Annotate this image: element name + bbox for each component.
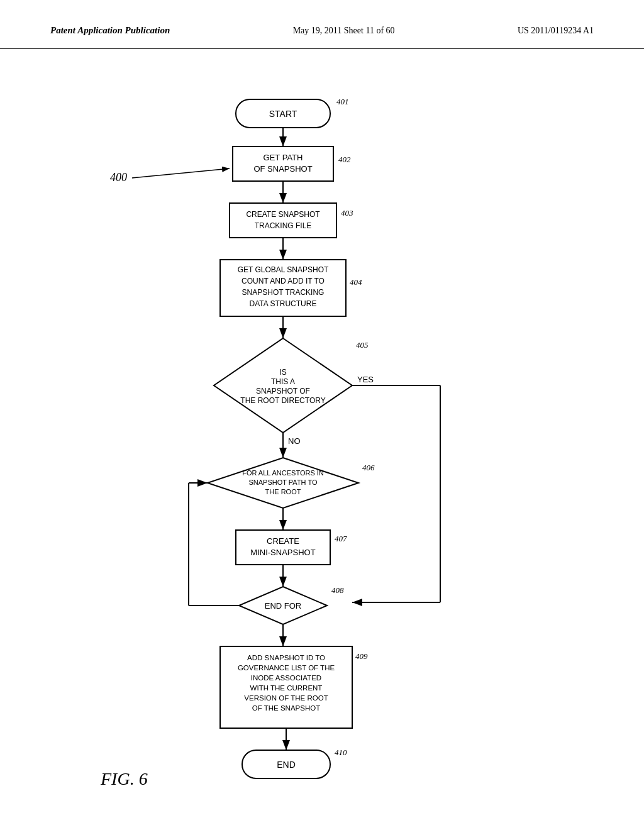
- for-all-label1: FOR ALL ANCESTORS IN: [242, 469, 324, 477]
- add-snapshot-label5: VERSION OF THE ROOT: [244, 694, 328, 702]
- ref-409: 409: [355, 651, 368, 661]
- get-global-label3: SNAPSHOT TRACKING: [242, 288, 325, 297]
- start-node-label: START: [269, 109, 297, 119]
- end-node-label: END: [277, 760, 296, 770]
- svg-rect-7: [230, 203, 336, 238]
- ref-407: 407: [335, 534, 347, 543]
- yes-label: YES: [357, 375, 374, 384]
- date-sheet-label: May 19, 2011 Sheet 11 of 60: [293, 26, 395, 36]
- page-header: Patent Application Publication May 19, 2…: [0, 0, 644, 49]
- add-snapshot-label1: ADD SNAPSHOT ID TO: [247, 654, 325, 661]
- add-snapshot-label6: OF THE SNAPSHOT: [252, 704, 320, 712]
- add-snapshot-label2: GOVERNANCE LIST OF THE: [238, 664, 335, 672]
- label-400: 400: [110, 171, 127, 184]
- is-root-label3: SNAPSHOT OF: [256, 387, 310, 396]
- create-mini-label1: CREATE: [267, 536, 299, 546]
- is-root-label1: IS: [279, 368, 286, 377]
- get-global-label1: GET GLOBAL SNAPSHOT: [238, 265, 329, 274]
- fig-label: FIG. 6: [100, 769, 148, 788]
- ref-410: 410: [335, 748, 347, 757]
- ref-408: 408: [331, 585, 344, 595]
- ref-403: 403: [341, 208, 353, 218]
- ref-405: 405: [356, 340, 369, 350]
- no-label: NO: [288, 436, 301, 446]
- publication-label: Patent Application Publication: [50, 25, 170, 36]
- for-all-label2: SNAPSHOT PATH TO: [248, 479, 317, 486]
- is-root-label4: THE ROOT DIRECTORY: [240, 396, 325, 405]
- create-snapshot-label2: TRACKING FILE: [255, 221, 312, 230]
- create-mini-label2: MINI-SNAPSHOT: [250, 548, 315, 557]
- svg-line-0: [132, 169, 230, 178]
- for-all-label3: THE ROOT: [265, 488, 301, 495]
- ref-404: 404: [350, 277, 362, 287]
- get-path-label: GET PATH: [264, 153, 303, 162]
- end-for-label: END FOR: [265, 601, 302, 611]
- create-snapshot-label1: CREATE SNAPSHOT: [246, 210, 320, 219]
- get-path-label2: OF SNAPSHOT: [253, 164, 312, 174]
- add-snapshot-label3: INODE ASSOCIATED: [251, 674, 321, 682]
- ref-401: 401: [336, 97, 349, 106]
- patent-number-label: US 2011/0119234 A1: [518, 26, 594, 36]
- get-global-label2: COUNT AND ADD IT TO: [242, 277, 325, 285]
- flowchart-diagram: 400 START 401 GET PATH OF SNAPSHOT 402: [50, 68, 594, 791]
- get-global-label4: DATA STRUCTURE: [250, 299, 317, 308]
- is-root-label2: THIS A: [271, 377, 295, 386]
- ref-406: 406: [362, 463, 375, 472]
- page-content: 400 START 401 GET PATH OF SNAPSHOT 402: [0, 49, 644, 812]
- add-snapshot-label4: WITH THE CURRENT: [250, 684, 323, 692]
- ref-402: 402: [338, 155, 351, 164]
